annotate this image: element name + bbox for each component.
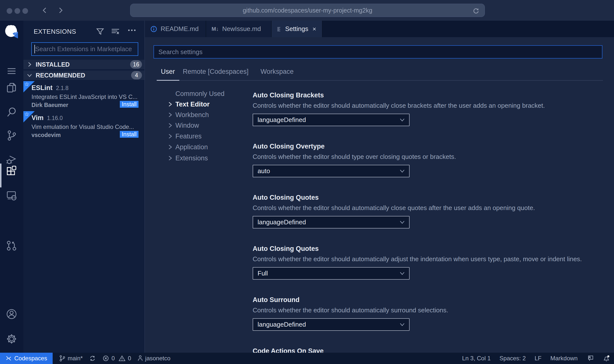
- section-installed[interactable]: INSTALLED 16: [23, 60, 145, 69]
- browser-back-button[interactable]: [41, 7, 48, 14]
- setting-title: Auto Closing Quotes: [253, 245, 614, 253]
- notifications-button[interactable]: [603, 355, 610, 362]
- tree-item-workbench[interactable]: Workbench: [168, 109, 209, 120]
- feedback-button[interactable]: [586, 355, 594, 362]
- window-minimize-button[interactable]: [15, 8, 20, 14]
- setting-dropdown[interactable]: languageDefined: [253, 114, 410, 126]
- extension-item-eslint[interactable]: ☆ ESLint2.1.8 Integrates ESLint JavaScri…: [23, 81, 145, 110]
- setting-dropdown[interactable]: Full: [253, 267, 410, 280]
- scope-tab-remote[interactable]: Remote [Codespaces]: [183, 68, 248, 76]
- settings-search-input[interactable]: [154, 45, 602, 59]
- setting-dropdown[interactable]: languageDefined: [253, 318, 410, 331]
- run-debug-icon: [6, 153, 17, 165]
- tree-label: Features: [175, 133, 202, 140]
- markdown-icon: M↓: [212, 26, 219, 32]
- tree-item-application[interactable]: Application: [168, 142, 208, 152]
- extension-publisher: Dirk Baeumer: [31, 102, 68, 108]
- extensions-view-button[interactable]: [6, 165, 17, 176]
- extension-publisher: vscodevim: [31, 132, 61, 138]
- extensions-icon: [6, 164, 17, 177]
- setting-description: Controls whether the editor should autom…: [253, 306, 448, 314]
- scope-tab-user[interactable]: User: [161, 68, 175, 76]
- address-bar[interactable]: github.com/codespaces/user-my-project-mg…: [130, 4, 485, 17]
- window-zoom-button[interactable]: [22, 8, 28, 14]
- person-icon: [138, 355, 143, 362]
- explorer-view-button[interactable]: [6, 82, 17, 93]
- chevron-right-icon: [168, 112, 172, 118]
- tree-label: Application: [175, 143, 208, 151]
- install-button[interactable]: Install: [120, 131, 138, 138]
- setting-description: Controls whether the editor should type …: [253, 153, 456, 161]
- tree-label: Workbench: [175, 111, 209, 119]
- remote-explorer-view-button[interactable]: [6, 190, 17, 201]
- account-button[interactable]: [6, 308, 17, 320]
- editor-tab-bar: README.md M↓ NewIssue.md Settings: [145, 21, 614, 37]
- more-actions-button[interactable]: [128, 29, 136, 32]
- dropdown-value: languageDefined: [258, 321, 306, 328]
- tree-item-features[interactable]: Features: [168, 131, 202, 142]
- problems-status-item[interactable]: 0 0: [102, 355, 131, 362]
- errors-icon: [102, 355, 109, 362]
- activity-bar: [0, 21, 23, 353]
- sync-status-item[interactable]: [89, 355, 96, 362]
- pull-requests-view-button[interactable]: [6, 240, 17, 251]
- cursor-position-status-item[interactable]: Ln 3, Col 1: [462, 355, 491, 362]
- editor-area: README.md M↓ NewIssue.md Settings User R…: [145, 21, 614, 353]
- setting-dropdown[interactable]: auto: [253, 165, 410, 177]
- window-close-button[interactable]: [7, 8, 12, 14]
- indentation: Spaces: 2: [500, 355, 526, 362]
- section-label: RECOMMENDED: [36, 72, 85, 79]
- tab-readme[interactable]: README.md: [145, 21, 206, 37]
- refresh-button[interactable]: [472, 7, 480, 15]
- install-button[interactable]: Install: [120, 101, 138, 108]
- tree-item-commonly-used[interactable]: Commonly Used: [168, 88, 225, 99]
- eol-status-item[interactable]: LF: [535, 355, 541, 362]
- tree-item-window[interactable]: Window: [168, 120, 199, 131]
- tab-label: NewIssue.md: [222, 25, 261, 33]
- scope-tab-workspace[interactable]: Workspace: [261, 68, 294, 76]
- tree-item-text-editor[interactable]: Text Editor: [168, 99, 210, 110]
- tree-item-extensions[interactable]: Extensions: [168, 153, 208, 164]
- remote-user-name: jasonetco: [145, 355, 170, 362]
- section-recommended[interactable]: RECOMMENDED 4: [23, 71, 145, 80]
- chevron-right-icon: [168, 134, 172, 139]
- sidebar-title: EXTENSIONS: [34, 28, 76, 35]
- setting-title: Auto Closing Overtype: [253, 142, 614, 150]
- codespaces-remote-button[interactable]: Codespaces: [0, 353, 53, 364]
- branch-name: main*: [68, 355, 83, 362]
- filter-extensions-button[interactable]: [96, 27, 104, 36]
- setting-dropdown[interactable]: languageDefined: [253, 216, 410, 228]
- codespaces-label: Codespaces: [14, 355, 47, 362]
- remote-user-status-item[interactable]: jasonetco: [138, 355, 170, 362]
- indentation-status-item[interactable]: Spaces: 2: [500, 355, 526, 362]
- tab-newissue[interactable]: M↓ NewIssue.md: [206, 21, 272, 37]
- recommended-count-badge: 4: [131, 71, 142, 79]
- source-control-icon: [6, 130, 17, 141]
- clear-extensions-search-button[interactable]: [111, 27, 120, 36]
- setting-auto-closing-quotes: Auto Closing Quotes Controls whether the…: [253, 194, 614, 245]
- dropdown-value: Full: [258, 270, 268, 277]
- settings-list-icon: [277, 26, 282, 32]
- tab-settings[interactable]: Settings: [272, 21, 322, 37]
- settings-gear-button[interactable]: [6, 333, 17, 345]
- bell-icon: [603, 355, 610, 362]
- source-control-view-button[interactable]: [6, 130, 17, 141]
- refresh-icon: [472, 7, 480, 15]
- tree-label: Text Editor: [175, 101, 210, 108]
- language-mode-status-item[interactable]: Markdown: [550, 355, 578, 362]
- setting-auto-closing-brackets: Auto Closing Brackets Controls whether t…: [253, 91, 614, 142]
- chevron-down-icon: [400, 221, 405, 224]
- setting-description: Controls whether the editor should autom…: [253, 102, 545, 109]
- search-view-button[interactable]: [6, 106, 17, 118]
- github-codespaces-logo[interactable]: [4, 24, 19, 40]
- close-icon[interactable]: [312, 26, 317, 32]
- branch-status-item[interactable]: main*: [59, 355, 83, 362]
- menu-button[interactable]: [6, 65, 17, 77]
- setting-code-actions-on-save: Code Actions On Save: [253, 347, 614, 353]
- run-debug-view-button[interactable]: [6, 154, 17, 165]
- browser-forward-button[interactable]: [57, 7, 64, 14]
- chevron-down-icon: [400, 272, 405, 275]
- extensions-search-input[interactable]: [31, 42, 138, 56]
- extension-item-vim[interactable]: ☆ Vim1.16.0 Vim emulation for Visual Stu…: [23, 111, 145, 140]
- extension-name: Vim: [31, 114, 44, 121]
